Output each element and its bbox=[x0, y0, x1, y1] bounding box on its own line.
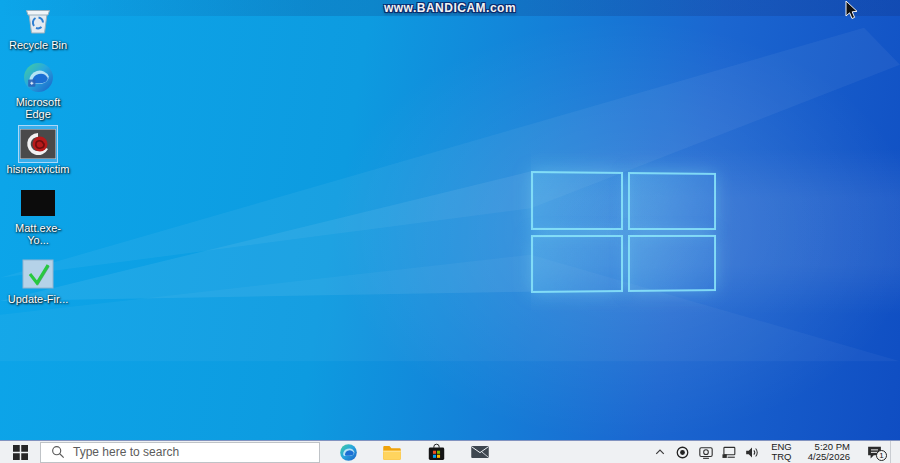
system-tray: ENG TRQ 5:20 PM 4/25/2026 1 bbox=[648, 441, 900, 463]
desktop-icon-microsoft-edge[interactable]: Microsoft Edge bbox=[2, 59, 74, 120]
desktop-icon-recycle-bin[interactable]: Recycle Bin bbox=[2, 2, 74, 51]
language-line2: TRQ bbox=[771, 452, 791, 462]
desktop-icon-matt-exe[interactable]: Matt.exe- Yo... bbox=[2, 185, 74, 246]
search-input[interactable]: Type here to search bbox=[40, 442, 320, 463]
recycle-bin-icon bbox=[19, 2, 57, 38]
tray-record-button[interactable] bbox=[671, 441, 694, 463]
desktop-icon-hisnextvictim[interactable]: hisnextvictim bbox=[2, 126, 74, 175]
checkmark-icon bbox=[19, 256, 57, 292]
show-desktop-button[interactable] bbox=[890, 441, 900, 463]
edge-icon bbox=[19, 59, 57, 95]
network-icon bbox=[721, 445, 737, 460]
video-thumbnail bbox=[19, 185, 57, 221]
icon-label: Matt.exe- Yo... bbox=[3, 222, 73, 246]
taskbar: Type here to search bbox=[0, 440, 900, 463]
taskbar-mail-button[interactable] bbox=[458, 441, 502, 463]
device-capture-icon bbox=[698, 445, 714, 460]
start-button[interactable] bbox=[0, 441, 40, 463]
pinned-apps bbox=[326, 441, 502, 463]
desktop-icon-update-fir[interactable]: Update-Fir... bbox=[2, 256, 74, 305]
desktop-icons: Recycle Bin Microsoft Edge bbox=[2, 2, 74, 315]
icon-label: hisnextvictim bbox=[7, 163, 70, 175]
icon-label: Microsoft Edge bbox=[3, 96, 73, 120]
clock-date: 4/25/2026 bbox=[808, 452, 850, 462]
desktop-screen: www.BANDICAM.com Recycle Bin bbox=[0, 0, 900, 463]
tray-bandicam-device-button[interactable] bbox=[694, 441, 717, 463]
windows-logo bbox=[531, 171, 716, 293]
windows-start-icon bbox=[13, 445, 28, 460]
wallpaper bbox=[0, 0, 900, 463]
search-icon bbox=[51, 445, 65, 459]
language-indicator[interactable]: ENG TRQ bbox=[763, 441, 800, 463]
microsoft-store-icon bbox=[427, 443, 446, 462]
hisnextvictim-thumbnail bbox=[19, 126, 57, 162]
file-explorer-icon bbox=[382, 444, 402, 461]
bandicam-watermark: www.BANDICAM.com bbox=[0, 1, 900, 15]
taskbar-store-button[interactable] bbox=[414, 441, 458, 463]
action-center-button[interactable]: 1 bbox=[858, 441, 890, 463]
notification-badge: 1 bbox=[876, 450, 887, 461]
tray-network-button[interactable] bbox=[717, 441, 740, 463]
clock[interactable]: 5:20 PM 4/25/2026 bbox=[800, 441, 858, 463]
taskbar-file-explorer-button[interactable] bbox=[370, 441, 414, 463]
taskbar-edge-button[interactable] bbox=[326, 441, 370, 463]
icon-label: Recycle Bin bbox=[9, 39, 67, 51]
chevron-up-icon bbox=[654, 446, 666, 458]
mail-icon bbox=[470, 444, 490, 460]
tray-chevron-up-button[interactable] bbox=[648, 441, 671, 463]
tray-volume-button[interactable] bbox=[740, 441, 763, 463]
volume-icon bbox=[744, 445, 760, 460]
edge-icon bbox=[339, 443, 358, 462]
search-placeholder: Type here to search bbox=[73, 445, 179, 459]
icon-label: Update-Fir... bbox=[8, 293, 69, 305]
record-icon bbox=[675, 445, 690, 460]
